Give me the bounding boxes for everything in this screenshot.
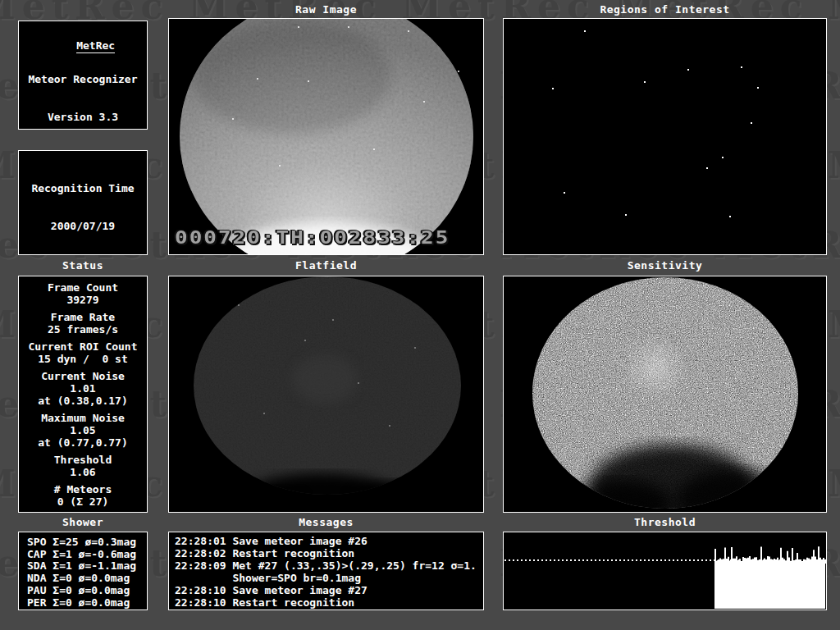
flatfield-dot — [358, 382, 359, 384]
status-field-value: 15 dyn / 0 st — [19, 353, 147, 365]
flatfield-dot — [414, 347, 416, 349]
message-line: 22:28:02 Restart recognition — [175, 547, 483, 559]
shower-row: CAP Σ=1 ø=-0.6mag — [27, 549, 147, 561]
metrec-screen: MetRec MetRec MetRec MetRec MetRec MetRe… — [0, 0, 840, 630]
recognition-time-label: Recognition Time — [19, 182, 147, 195]
message-line: 22:28:10 Save meteor image #27 — [175, 584, 483, 596]
raw-image-view: 000720:TH:002833:25 — [169, 19, 483, 254]
roi-dot — [757, 87, 759, 89]
status-field: Current Noise1.01at (0.38,0.17) — [19, 370, 147, 407]
status-field-value: 39279 — [19, 294, 147, 306]
roi-dot — [751, 122, 752, 124]
status-field-value: at (0.77,0.77) — [19, 436, 147, 449]
threshold-title: Threshold — [503, 517, 827, 528]
status-title: Status — [18, 260, 148, 272]
roi-dot — [552, 88, 554, 89]
status-field-value: 0 (Σ 27) — [19, 495, 147, 508]
roi-dot — [729, 216, 731, 217]
raw-image-fisheye — [169, 19, 483, 254]
shower-row: PER Σ=0 ø=0.0mag — [27, 597, 147, 609]
status-field-label: Threshold — [19, 454, 147, 466]
status-field: Frame Count39279 — [19, 281, 147, 306]
sensitivity-view — [504, 276, 826, 512]
status-field-label: # Meteors — [19, 483, 147, 495]
shower-row: PAU Σ=0 ø=0.0mag — [27, 585, 147, 597]
status-field: Maximum Noise1.05at (0.77,0.77) — [19, 412, 147, 449]
roi-dot — [564, 192, 565, 194]
status-field-value: at (0.38,0.17) — [19, 395, 147, 407]
app-version: Version 3.3 — [19, 111, 147, 124]
roi-view — [504, 19, 826, 254]
roi-dot — [584, 30, 586, 32]
about-panel: MetRec Meteor Recognizer Version 3.3 200… — [18, 21, 148, 130]
flatfield-panel — [168, 276, 484, 513]
message-line: 22:28:09 Met #27 (.33,.35)>(.29,.25) fr=… — [175, 559, 483, 572]
status-panel: Frame Count39279Frame Rate25 frames/sCur… — [18, 276, 148, 513]
status-field: Threshold1.06 — [19, 454, 147, 478]
messages-panel: 22:28:01 Save meteor image #2622:28:02 R… — [168, 532, 484, 610]
message-line: 22:28:10 Restart recognition — [175, 596, 483, 609]
status-field-value: 1.05 — [19, 424, 147, 436]
times-panel: Recognition Time 2000/07/19 22:28:33 Obs… — [18, 150, 148, 255]
status-field-value: 1.06 — [19, 466, 147, 478]
sensitivity-fisheye — [504, 276, 826, 512]
app-name: MetRec — [76, 39, 115, 53]
roi-panel — [503, 18, 827, 255]
flatfield-title: Flatfield — [168, 260, 484, 272]
star-dot — [298, 26, 299, 28]
star-dot — [279, 165, 281, 167]
recognition-date: 2000/07/19 — [19, 220, 147, 233]
raw-image-panel: 000720:TH:002833:25 — [168, 18, 484, 255]
flatfield-dot — [389, 425, 390, 427]
roi-title: Regions of Interest — [503, 4, 827, 16]
shower-title: Shower — [18, 517, 148, 528]
threshold-active-region — [714, 563, 825, 609]
roi-dot — [625, 214, 627, 216]
status-field: # Meteors0 (Σ 27) — [19, 483, 147, 508]
app-subtitle: Meteor Recognizer — [19, 73, 147, 86]
video-timestamp-overlay: 000720:TH:002833:25 — [175, 228, 450, 248]
shower-row: SDA Σ=1 ø=-1.1mag — [27, 560, 147, 573]
star-dot — [373, 148, 375, 150]
status-field: Frame Rate25 frames/s — [19, 311, 147, 336]
status-field-label: Frame Rate — [19, 311, 147, 323]
status-field-label: Frame Count — [19, 281, 147, 294]
threshold-noise-trace — [714, 546, 826, 564]
flatfield-view — [169, 276, 483, 512]
message-line: 22:28:01 Save meteor image #26 — [175, 535, 483, 547]
star-dot — [308, 80, 309, 82]
status-field-value: 25 frames/s — [19, 323, 147, 336]
flatfield-fisheye — [169, 276, 483, 512]
threshold-panel — [503, 532, 827, 610]
flatfield-dot — [332, 319, 334, 321]
roi-dot — [741, 66, 742, 68]
status-field-label: Current ROI Count — [19, 340, 147, 353]
roi-dot — [722, 157, 724, 158]
sensitivity-panel — [503, 276, 827, 513]
shower-row: SPO Σ=25 ø=0.3mag — [27, 536, 147, 549]
roi-dot — [644, 81, 646, 83]
raw-image-title: Raw Image — [168, 4, 484, 16]
star-dot — [232, 118, 234, 120]
message-line: Shower=SPO br=0.1mag — [175, 572, 483, 584]
sensitivity-title: Sensitivity — [503, 260, 827, 272]
status-field-label: Current Noise — [19, 370, 147, 382]
messages-title: Messages — [168, 517, 484, 528]
shower-panel: SPO Σ=25 ø=0.3magCAP Σ=1 ø=-0.6magSDA Σ=… — [18, 532, 148, 610]
shower-row: NDA Σ=0 ø=0.0mag — [27, 573, 147, 585]
roi-dot — [706, 167, 708, 169]
status-field-value: 1.01 — [19, 382, 147, 395]
status-field: Current ROI Count15 dyn / 0 st — [19, 340, 147, 365]
roi-dot — [687, 69, 689, 71]
status-field-label: Maximum Noise — [19, 412, 147, 424]
